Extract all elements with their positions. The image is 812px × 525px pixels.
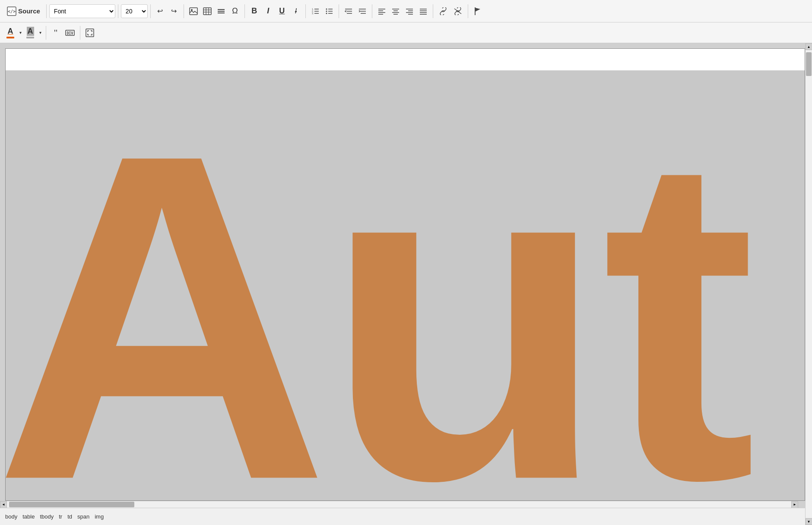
link-button[interactable] <box>436 3 450 19</box>
separator-11 <box>46 26 46 40</box>
status-tag-table[interactable]: table <box>22 513 35 520</box>
scroll-right-button[interactable]: ► <box>791 501 798 508</box>
ul-icon <box>325 7 333 15</box>
status-tag-span[interactable]: span <box>77 513 89 520</box>
separator-7 <box>339 4 339 18</box>
align-left-icon <box>377 7 386 15</box>
undo-button[interactable]: ↩ <box>153 3 167 19</box>
justify-icon <box>419 7 428 15</box>
blockquote-button[interactable]: " <box>49 25 63 41</box>
toolbar-row1: </> Source Font Arial Times New Roman Ve… <box>0 0 812 22</box>
v-scrollbar-thumb[interactable] <box>806 52 812 76</box>
v-scrollbar-track <box>806 50 812 518</box>
font-size-selector[interactable]: 20 891011 12141618 2428364872 <box>121 6 147 16</box>
div-button[interactable]: DIV <box>63 25 77 41</box>
svg-point-23 <box>326 13 327 14</box>
align-left-button[interactable] <box>375 3 389 19</box>
editor-main: Aut ◄ ► body table tbody tr td <box>0 43 812 525</box>
scroll-down-button[interactable]: ▼ <box>806 518 812 525</box>
font-color-button[interactable]: A <box>3 25 17 41</box>
table-icon <box>203 7 212 15</box>
align-center-button[interactable] <box>389 3 403 19</box>
page-content: Aut <box>6 70 805 500</box>
unordered-list-button[interactable] <box>322 3 336 19</box>
source-button[interactable]: </> Source <box>3 5 44 18</box>
status-tag-body[interactable]: body <box>5 513 17 520</box>
italic-button[interactable]: I <box>261 3 275 19</box>
svg-point-21 <box>326 8 327 9</box>
separator-12 <box>80 26 80 40</box>
separator-3 <box>150 4 151 18</box>
page-top-margin <box>6 49 805 70</box>
strikethrough-button[interactable]: I <box>289 3 303 19</box>
ordered-list-button[interactable]: 1. 2. 3. <box>308 3 322 19</box>
svg-text:3.: 3. <box>312 12 314 15</box>
svg-text:</>: </> <box>8 9 16 14</box>
source-icon: </> <box>7 6 16 16</box>
status-bar: body table tbody tr td span img <box>0 508 805 525</box>
maximize-button[interactable] <box>83 25 97 41</box>
align-center-icon <box>391 7 400 15</box>
justify-button[interactable] <box>416 3 430 19</box>
source-label: Source <box>18 7 40 15</box>
redo-button[interactable]: ↪ <box>167 3 181 19</box>
outdent-button[interactable] <box>342 3 355 19</box>
align-right-button[interactable] <box>403 3 416 19</box>
separator-1 <box>46 4 47 18</box>
status-tag-tr[interactable]: tr <box>59 513 62 520</box>
ol-icon: 1. 2. 3. <box>311 7 320 15</box>
scroll-left-button[interactable]: ◄ <box>0 501 7 508</box>
h-scrollbar: ◄ ► <box>0 501 798 508</box>
svg-rect-4 <box>203 8 211 15</box>
special-chars-button[interactable]: Ω <box>228 3 242 19</box>
v-scrollbar: ▲ ▼ <box>805 43 812 525</box>
separator-2 <box>118 4 118 18</box>
svg-line-46 <box>454 9 461 14</box>
align-right-icon <box>405 7 414 15</box>
separator-6 <box>305 4 306 18</box>
svg-point-22 <box>326 10 327 12</box>
format-button[interactable] <box>214 3 228 19</box>
flag-icon <box>474 7 482 16</box>
font-color-dropdown[interactable]: ▾ <box>17 25 23 41</box>
bold-button[interactable]: B <box>247 3 261 19</box>
editor-left: Aut ◄ ► body table tbody tr td <box>0 43 805 525</box>
flag-button[interactable] <box>471 3 485 19</box>
underline-label: U <box>279 6 285 16</box>
font-selector-container: Font Arial Times New Roman Verdana <box>49 4 115 18</box>
font-color-display: A <box>6 27 14 38</box>
separator-9 <box>433 4 433 18</box>
separator-4 <box>184 4 184 18</box>
editor-canvas[interactable]: Aut ◄ ► <box>0 43 805 508</box>
toolbar-row2: A ▾ A ▾ " DIV <box>0 22 812 43</box>
separator-5 <box>244 4 245 18</box>
scroll-up-button[interactable]: ▲ <box>806 43 812 50</box>
status-tag-td[interactable]: td <box>67 513 72 520</box>
font-bg-color-dropdown[interactable]: ▾ <box>37 25 43 41</box>
font-selector[interactable]: Font Arial Times New Roman Verdana <box>50 6 115 16</box>
insert-table-button[interactable] <box>200 3 214 19</box>
separator-8 <box>372 4 372 18</box>
font-size-container: 20 891011 12141618 2428364872 <box>121 4 148 18</box>
status-tag-img[interactable]: img <box>95 513 104 520</box>
unlink-button[interactable] <box>450 3 465 19</box>
indent-icon <box>358 7 367 15</box>
editor-page: Aut <box>5 48 805 501</box>
div-icon: DIV <box>65 28 75 37</box>
maximize-icon <box>86 28 94 37</box>
strikethrough-label: I <box>295 7 297 15</box>
svg-text:DIV: DIV <box>67 32 73 35</box>
underline-button[interactable]: U <box>275 3 289 19</box>
insert-image-button[interactable] <box>187 3 200 19</box>
outdent-icon <box>344 7 353 15</box>
h-scrollbar-track <box>7 501 791 508</box>
indent-button[interactable] <box>355 3 369 19</box>
svg-marker-48 <box>475 8 480 12</box>
undo-redo-group: ↩ ↪ <box>153 3 181 19</box>
font-bg-color-button[interactable]: A <box>23 25 37 41</box>
separator-10 <box>468 4 468 18</box>
h-scrollbar-thumb[interactable] <box>9 502 134 507</box>
editor-scroll-wrapper: Aut ◄ ► <box>0 43 805 508</box>
unlink-icon <box>453 7 463 15</box>
status-tag-tbody[interactable]: tbody <box>40 513 54 520</box>
